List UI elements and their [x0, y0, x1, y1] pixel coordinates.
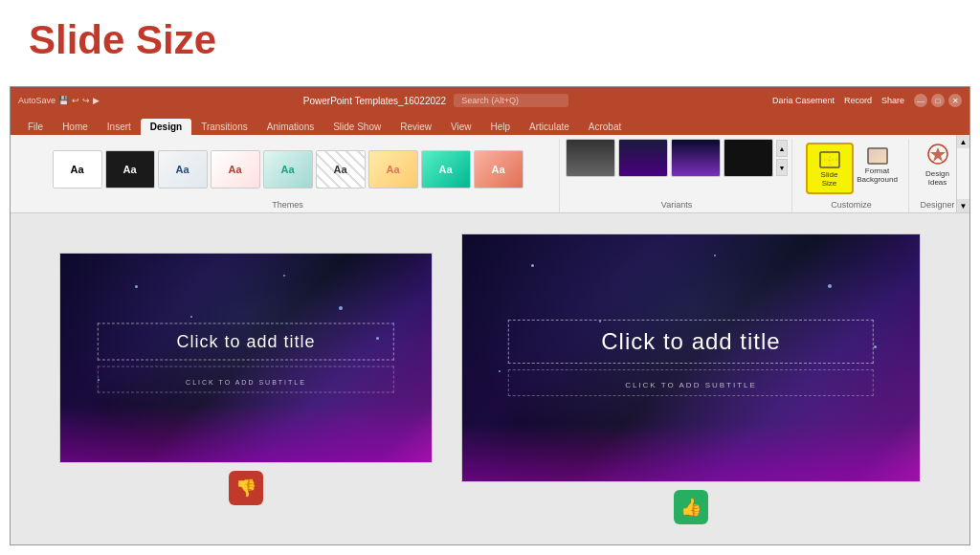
format-background-icon — [866, 144, 889, 167]
variant-3[interactable] — [671, 139, 721, 177]
close-button[interactable]: ✕ — [948, 94, 962, 107]
right-slide-title: Click to add title — [601, 328, 780, 354]
slide-size-label: SlideSize — [821, 171, 838, 189]
sparkle-3 — [339, 306, 343, 310]
ribbon-scroll-track — [957, 148, 969, 199]
customize-buttons: SlideSize — [806, 139, 898, 194]
theme-orange[interactable]: Aa — [474, 150, 523, 189]
r-sparkle-1 — [531, 264, 534, 267]
themes-label: Themes — [272, 200, 303, 212]
right-slide-subtitle: CLICK TO ADD SUBTITLE — [625, 381, 757, 389]
variant-scroll-down[interactable]: ▼ — [776, 159, 788, 176]
variants-grid: ▲ ▼ — [566, 139, 788, 177]
sparkle-2 — [283, 275, 285, 277]
tab-view[interactable]: View — [441, 119, 481, 135]
left-title-box: Click to add title — [98, 323, 394, 361]
present-icon[interactable]: ▶ — [93, 96, 100, 105]
variant-1[interactable] — [566, 139, 615, 177]
customize-section: SlideSize — [794, 139, 909, 212]
right-title-box: Click to add title — [508, 320, 874, 364]
tab-insert[interactable]: Insert — [98, 119, 141, 135]
search-input[interactable] — [454, 94, 568, 107]
left-slide-subtitle: CLICK TO ADD SUBTITLE — [186, 379, 306, 386]
design-ideas-icon — [923, 139, 953, 169]
save-icon[interactable]: 💾 — [58, 96, 69, 105]
right-slide-content: Click to add title CLICK TO ADD SUBTITLE — [508, 320, 874, 396]
tab-review[interactable]: Review — [390, 119, 441, 135]
theme-green[interactable]: Aa — [421, 150, 471, 189]
share-button[interactable]: Share — [881, 96, 904, 105]
right-slide-bottom — [462, 424, 920, 481]
record-button[interactable]: Record — [844, 96, 872, 105]
slide-size-button[interactable]: SlideSize — [810, 146, 850, 190]
format-background-button[interactable]: FormatBackground — [858, 143, 898, 187]
theme-default[interactable]: Aa — [53, 150, 102, 189]
theme-pattern[interactable]: Aa — [316, 150, 366, 189]
tab-help[interactable]: Help — [481, 119, 521, 135]
like-button[interactable]: 👍 — [674, 490, 708, 524]
page-title: Slide Size — [29, 17, 216, 63]
user-name: Daria Casement — [772, 96, 835, 105]
ribbon-scroll-up[interactable]: ▲ — [957, 135, 969, 148]
theme-teal[interactable]: Aa — [263, 150, 313, 189]
theme-blue[interactable]: Aa — [158, 150, 208, 189]
redo-icon[interactable]: ↪ — [82, 96, 90, 105]
title-bar: AutoSave 💾 ↩ ↪ ▶ PowerPoint Templates_16… — [11, 87, 969, 114]
right-slide-panel: Click to add title CLICK TO ADD SUBTITLE… — [461, 233, 921, 524]
undo-icon[interactable]: ↩ — [72, 96, 79, 105]
quick-access-toolbar: AutoSave 💾 ↩ ↪ ▶ — [18, 96, 100, 105]
theme-red[interactable]: Aa — [211, 150, 260, 189]
ribbon-scroll: ▲ ▼ — [956, 135, 969, 212]
left-slide-content: Click to add title CLICK TO ADD SUBTITLE — [98, 323, 394, 393]
ribbon-content: Aa Aa Aa Aa Aa Aa Aa Aa Aa Themes ▲ — [11, 135, 969, 213]
design-ideas-label: DesignIdeas — [925, 169, 949, 187]
left-slide-bottom — [60, 405, 432, 462]
tab-animations[interactable]: Animations — [257, 119, 323, 135]
slide-size-highlight: SlideSize — [806, 143, 854, 194]
svg-marker-6 — [930, 147, 946, 162]
dislike-button[interactable]: 👎 — [229, 471, 263, 505]
variant-scroll: ▲ ▼ — [776, 140, 788, 176]
left-slide-frame[interactable]: Click to add title CLICK TO ADD SUBTITLE — [59, 253, 433, 463]
theme-gradient[interactable]: Aa — [368, 150, 418, 189]
variants-section: ▲ ▼ Variants — [562, 139, 792, 212]
like-icon: 👍 — [680, 497, 702, 518]
minimize-button[interactable]: — — [914, 94, 927, 107]
tab-acrobat[interactable]: Acrobat — [579, 119, 631, 135]
themes-grid: Aa Aa Aa Aa Aa Aa Aa Aa Aa — [53, 139, 523, 200]
title-bar-left: AutoSave 💾 ↩ ↪ ▶ — [18, 96, 100, 105]
tab-file[interactable]: File — [18, 119, 53, 135]
left-subtitle-box: CLICK TO ADD SUBTITLE — [98, 366, 394, 393]
themes-section: Aa Aa Aa Aa Aa Aa Aa Aa Aa Themes — [16, 139, 560, 212]
svg-rect-4 — [868, 148, 887, 164]
sparkle-1 — [135, 285, 138, 288]
right-subtitle-box: CLICK TO ADD SUBTITLE — [508, 369, 874, 396]
tab-home[interactable]: Home — [53, 119, 98, 135]
left-slide-panel: Click to add title CLICK TO ADD SUBTITLE… — [59, 253, 433, 505]
variant-scroll-up[interactable]: ▲ — [776, 140, 788, 157]
variant-2[interactable] — [618, 139, 668, 177]
tab-design[interactable]: Design — [141, 119, 191, 135]
variant-4[interactable] — [724, 139, 773, 177]
r-sparkle-2 — [714, 255, 716, 256]
dislike-icon: 👎 — [235, 477, 256, 499]
ribbon-scroll-down[interactable]: ▼ — [957, 199, 969, 212]
maximize-button[interactable]: □ — [931, 94, 945, 107]
title-bar-right: Daria Casement Record Share — □ ✕ — [772, 94, 962, 107]
ppt-window: AutoSave 💾 ↩ ↪ ▶ PowerPoint Templates_16… — [10, 86, 970, 545]
ribbon-tabs: File Home Insert Design Transitions Anim… — [11, 114, 969, 135]
variants-label: Variants — [661, 200, 692, 212]
autosave-label: AutoSave — [18, 96, 56, 105]
design-ideas-button[interactable]: DesignIdeas — [923, 139, 953, 187]
tab-articulate[interactable]: Articulate — [520, 119, 579, 135]
main-area: Click to add title CLICK TO ADD SUBTITLE… — [11, 213, 969, 544]
tab-transitions[interactable]: Transitions — [191, 119, 257, 135]
title-bar-center: PowerPoint Templates_16022022 — [100, 94, 772, 107]
tab-slide-show[interactable]: Slide Show — [323, 119, 390, 135]
slide-size-icon — [818, 148, 841, 171]
format-background-label: FormatBackground — [857, 167, 898, 185]
theme-dark[interactable]: Aa — [105, 150, 155, 189]
filename: PowerPoint Templates_16022022 — [303, 96, 446, 106]
right-slide-frame[interactable]: Click to add title CLICK TO ADD SUBTITLE — [461, 233, 921, 482]
designer-label: Designer — [920, 200, 954, 212]
